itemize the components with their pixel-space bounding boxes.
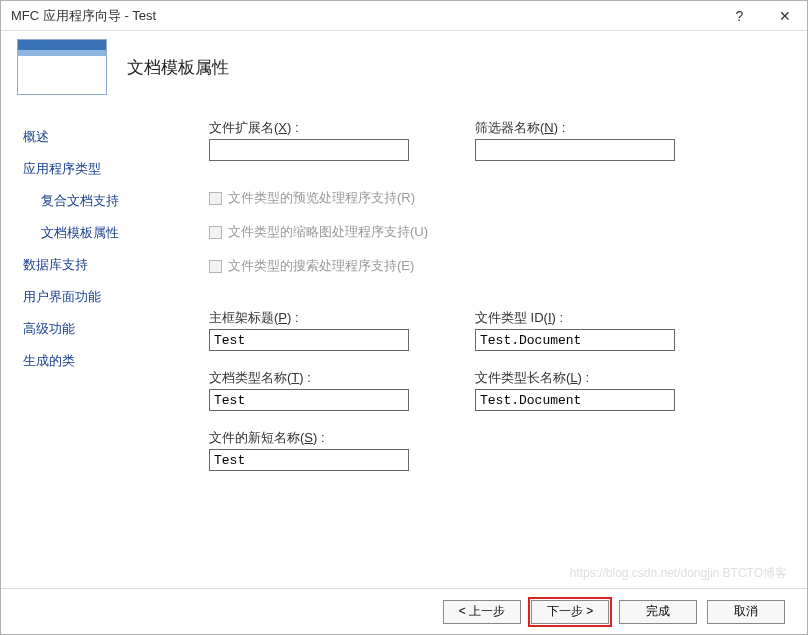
prev-button[interactable]: < 上一步 bbox=[443, 600, 521, 624]
window-title: MFC 应用程序向导 - Test bbox=[11, 7, 717, 25]
checkbox-icon bbox=[209, 192, 222, 205]
header: 文档模板属性 bbox=[1, 31, 807, 103]
file-type-id-input[interactable] bbox=[475, 329, 675, 351]
wizard-dialog: MFC 应用程序向导 - Test ? ✕ 文档模板属性 概述 应用程序类型 复… bbox=[0, 0, 808, 635]
page-title: 文档模板属性 bbox=[127, 56, 229, 79]
checkbox-thumbnail-label: 文件类型的缩略图处理程序支持(U) bbox=[228, 223, 428, 241]
sidebar-item-ui-features[interactable]: 用户界面功能 bbox=[21, 281, 201, 313]
checkbox-search-label: 文件类型的搜索处理程序支持(E) bbox=[228, 257, 414, 275]
sidebar-item-advanced[interactable]: 高级功能 bbox=[21, 313, 201, 345]
form: 文件扩展名(X) : 筛选器名称(N) : 文件类型的预览处理程序支持(R) 文… bbox=[209, 113, 787, 588]
cancel-button[interactable]: 取消 bbox=[707, 600, 785, 624]
help-icon: ? bbox=[736, 8, 744, 24]
checkbox-search: 文件类型的搜索处理程序支持(E) bbox=[209, 257, 787, 275]
checkbox-preview: 文件类型的预览处理程序支持(R) bbox=[209, 189, 787, 207]
checkbox-preview-label: 文件类型的预览处理程序支持(R) bbox=[228, 189, 415, 207]
header-thumbnail-icon bbox=[17, 39, 107, 95]
doc-type-name-label: 文档类型名称(T) : bbox=[209, 369, 409, 387]
finish-button[interactable]: 完成 bbox=[619, 600, 697, 624]
sidebar-item-overview[interactable]: 概述 bbox=[21, 121, 201, 153]
main-frame-label: 主框架标题(P) : bbox=[209, 309, 409, 327]
filter-name-input[interactable] bbox=[475, 139, 675, 161]
titlebar: MFC 应用程序向导 - Test ? ✕ bbox=[1, 1, 807, 31]
next-button[interactable]: 下一步 > bbox=[531, 600, 609, 624]
file-type-long-input[interactable] bbox=[475, 389, 675, 411]
close-button[interactable]: ✕ bbox=[762, 1, 807, 31]
body: 概述 应用程序类型 复合文档支持 文档模板属性 数据库支持 用户界面功能 高级功… bbox=[1, 103, 807, 588]
file-type-id-label: 文件类型 ID(I) : bbox=[475, 309, 675, 327]
help-button[interactable]: ? bbox=[717, 1, 762, 31]
sidebar-item-app-type[interactable]: 应用程序类型 bbox=[21, 153, 201, 185]
close-icon: ✕ bbox=[779, 8, 791, 24]
filter-name-label: 筛选器名称(N) : bbox=[475, 119, 675, 137]
checkbox-thumbnail: 文件类型的缩略图处理程序支持(U) bbox=[209, 223, 787, 241]
file-ext-label: 文件扩展名(X) : bbox=[209, 119, 409, 137]
sidebar-item-generated-classes[interactable]: 生成的类 bbox=[21, 345, 201, 377]
footer: < 上一步 下一步 > 完成 取消 bbox=[1, 588, 807, 634]
doc-type-name-input[interactable] bbox=[209, 389, 409, 411]
checkbox-icon bbox=[209, 260, 222, 273]
file-type-long-label: 文件类型长名称(L) : bbox=[475, 369, 675, 387]
file-ext-input[interactable] bbox=[209, 139, 409, 161]
main-frame-input[interactable] bbox=[209, 329, 409, 351]
file-new-short-input[interactable] bbox=[209, 449, 409, 471]
file-new-short-label: 文件的新短名称(S) : bbox=[209, 429, 409, 447]
sidebar-item-doc-template[interactable]: 文档模板属性 bbox=[21, 217, 201, 249]
sidebar: 概述 应用程序类型 复合文档支持 文档模板属性 数据库支持 用户界面功能 高级功… bbox=[21, 113, 201, 588]
checkbox-icon bbox=[209, 226, 222, 239]
sidebar-item-database[interactable]: 数据库支持 bbox=[21, 249, 201, 281]
sidebar-item-compound-doc[interactable]: 复合文档支持 bbox=[21, 185, 201, 217]
